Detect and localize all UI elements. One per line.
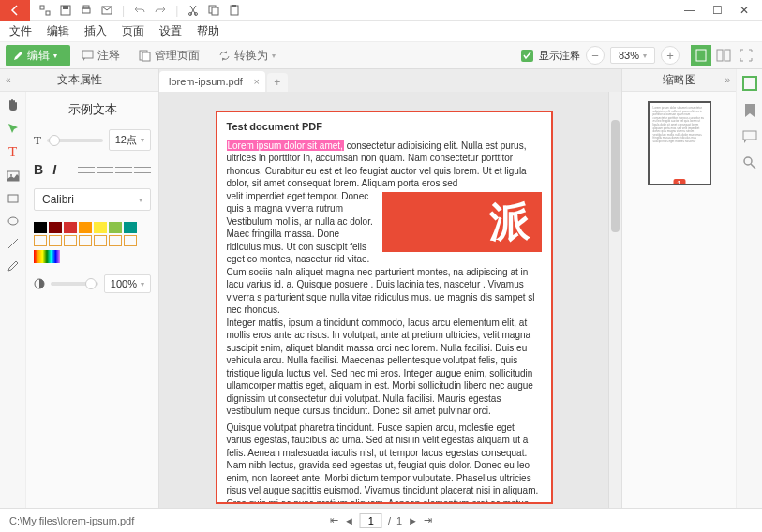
hand-tool[interactable] (6, 97, 21, 112)
prev-page[interactable]: ◄ (344, 515, 354, 526)
print-icon[interactable] (81, 5, 92, 16)
svg-rect-21 (8, 195, 18, 202)
text-tool[interactable]: T (8, 144, 17, 160)
align-right[interactable] (115, 162, 132, 177)
maximize-button[interactable]: ☐ (712, 4, 723, 17)
size-slider[interactable] (47, 139, 103, 142)
convert-button[interactable]: 转换为 ▾ (211, 45, 283, 66)
annotate-button[interactable]: 注释 (74, 45, 127, 66)
svg-rect-5 (83, 6, 89, 8)
svg-rect-13 (82, 51, 93, 58)
color-swatches[interactable] (34, 222, 151, 233)
color-picker[interactable] (34, 250, 60, 263)
close-button[interactable]: ✕ (740, 4, 749, 17)
image-tool[interactable] (7, 170, 20, 183)
redo-icon[interactable] (155, 5, 166, 16)
menu-page[interactable]: 页面 (122, 23, 144, 39)
view-two-page[interactable] (713, 45, 734, 66)
collapse-right-icon[interactable]: » (725, 75, 730, 85)
view-single-page[interactable] (691, 45, 711, 66)
color-swatch[interactable] (94, 222, 107, 233)
color-swatch[interactable] (109, 222, 122, 233)
color-swatch-empty[interactable] (94, 235, 107, 246)
tab-file[interactable]: lorem-ipsum.pdf × (159, 71, 265, 92)
svg-rect-25 (743, 131, 756, 140)
pen-tool[interactable] (7, 259, 20, 273)
document-page[interactable]: Test document PDF Lorem ipsum dolor sit … (216, 111, 553, 504)
page-input[interactable] (360, 513, 382, 528)
opacity-combo[interactable]: 100%▾ (104, 274, 151, 293)
menu-settings[interactable]: 设置 (159, 23, 182, 39)
svg-point-7 (189, 12, 192, 15)
line-tool[interactable] (7, 237, 20, 250)
color-swatch-empty[interactable] (49, 235, 62, 246)
font-combo[interactable]: Calibri▾ (34, 188, 151, 211)
manage-pages-button[interactable]: 管理页面 (131, 45, 207, 66)
last-page[interactable]: ⇥ (424, 514, 432, 526)
page-thumbnail[interactable]: Lorem ipsum dolor sit amet consectetur a… (648, 101, 711, 185)
zoom-value[interactable]: 83%▾ (610, 47, 655, 64)
menu-insert[interactable]: 插入 (84, 23, 107, 39)
next-page[interactable]: ► (408, 515, 418, 526)
comments-panel-icon[interactable] (742, 129, 757, 144)
tab-add[interactable]: + (267, 73, 288, 92)
undo-icon[interactable] (134, 5, 145, 16)
minimize-button[interactable]: — (684, 4, 695, 17)
color-swatch-empty[interactable] (124, 235, 137, 246)
pencil-icon (13, 51, 23, 61)
select-tool[interactable] (7, 122, 20, 135)
color-swatch-empty[interactable] (64, 235, 77, 246)
show-annotations-checkbox[interactable] (521, 50, 533, 62)
svg-rect-11 (231, 6, 238, 15)
align-left[interactable] (78, 162, 95, 177)
svg-rect-17 (717, 50, 723, 61)
italic-button[interactable]: I (52, 162, 56, 177)
align-justify[interactable] (134, 162, 151, 177)
bold-button[interactable]: B (34, 162, 43, 177)
back-button[interactable] (0, 0, 30, 21)
arrow-left-icon (9, 5, 21, 16)
first-page[interactable]: ⇤ (330, 514, 338, 526)
menu-edit[interactable]: 编辑 (47, 23, 69, 39)
svg-point-22 (8, 217, 18, 225)
embedded-image: 派 (382, 192, 542, 252)
mail-icon[interactable] (101, 5, 112, 16)
zoom-in-button[interactable]: + (661, 46, 680, 65)
zoom-out-button[interactable]: − (586, 46, 605, 65)
color-swatch[interactable] (34, 222, 47, 233)
color-swatch[interactable] (64, 222, 77, 233)
page-total: 1 (396, 515, 402, 526)
tab-close[interactable]: × (253, 76, 259, 87)
color-swatch[interactable] (79, 222, 92, 233)
menu-help[interactable]: 帮助 (197, 23, 219, 39)
cut-icon[interactable] (187, 5, 199, 16)
collapse-left-icon[interactable]: « (6, 75, 11, 85)
size-combo[interactable]: 12点▾ (109, 129, 151, 151)
edit-mode-button[interactable]: 编辑 ▾ (6, 45, 70, 66)
menu-file[interactable]: 文件 (9, 23, 32, 39)
color-swatch-empty[interactable] (34, 235, 47, 246)
search-icon[interactable] (742, 155, 757, 170)
comment-icon (82, 50, 94, 62)
paste-icon[interactable] (229, 5, 240, 16)
color-swatch[interactable] (124, 222, 137, 233)
opacity-slider[interactable] (51, 282, 98, 286)
align-center[interactable] (97, 162, 113, 177)
svg-rect-24 (743, 77, 756, 90)
bookmark-icon[interactable] (742, 103, 757, 118)
color-swatch-empty[interactable] (79, 235, 92, 246)
save-icon[interactable] (60, 5, 71, 16)
right-panel-header: 缩略图 » (622, 69, 736, 92)
show-annotations-label: 显示注释 (539, 49, 580, 63)
file-path: C:\My files\lorem-ipsum.pdf (9, 515, 134, 526)
view-fullscreen[interactable] (736, 45, 756, 66)
color-swatch-empty[interactable] (109, 235, 122, 246)
thumbnails-view[interactable] (741, 75, 758, 92)
ellipse-tool[interactable] (7, 214, 20, 228)
expand-icon[interactable] (39, 5, 51, 16)
copy-icon[interactable] (208, 5, 219, 16)
doc-title: Test document PDF (227, 120, 542, 134)
vertical-scrollbar[interactable] (608, 92, 621, 508)
color-swatch[interactable] (49, 222, 62, 233)
rect-tool[interactable] (7, 192, 20, 205)
